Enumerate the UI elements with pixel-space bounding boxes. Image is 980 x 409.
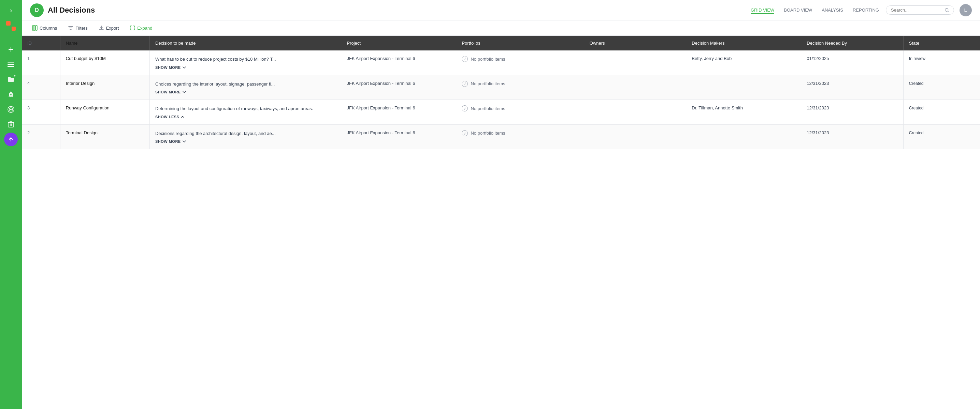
nav-board-view[interactable]: BOARD VIEW bbox=[784, 6, 812, 14]
cell-portfolio: i No portfolio items bbox=[456, 75, 584, 100]
cell-decision: Decisions regarding the architectural de… bbox=[150, 124, 341, 149]
table-row: 2 Terminal Design Decisions regarding th… bbox=[22, 124, 980, 149]
page-title: All Decisions bbox=[48, 6, 95, 15]
cell-owners bbox=[584, 51, 686, 75]
cell-name: Interior Design bbox=[60, 75, 150, 100]
sidebar-icon-trash[interactable] bbox=[4, 117, 18, 131]
col-owners: Owners bbox=[584, 36, 686, 51]
top-nav: GRID VIEW BOARD VIEW ANALYSIS REPORTING bbox=[751, 6, 879, 14]
main-content: D All Decisions GRID VIEW BOARD VIEW ANA… bbox=[22, 0, 980, 409]
cell-project: JFK Airport Expansion - Terminal 6 bbox=[341, 75, 456, 100]
svg-point-6 bbox=[10, 109, 11, 110]
col-date: Decision Needed By bbox=[801, 36, 904, 51]
cell-date: 01/12/2025 bbox=[801, 51, 904, 75]
search-input[interactable] bbox=[891, 8, 942, 13]
cell-decision: What has to be cut to reduce project cos… bbox=[150, 51, 341, 75]
header: D All Decisions GRID VIEW BOARD VIEW ANA… bbox=[22, 0, 980, 21]
cell-state: Created bbox=[903, 124, 980, 149]
table-container: ID Name Decision to be made Project Port… bbox=[22, 36, 980, 409]
filters-button[interactable]: Filters bbox=[66, 24, 89, 32]
col-name: Name bbox=[60, 36, 150, 51]
status-badge: Created bbox=[909, 81, 924, 86]
status-badge: Created bbox=[909, 130, 924, 135]
sidebar-icon-up[interactable] bbox=[4, 133, 18, 146]
cell-makers: Betty, Jerry and Bob bbox=[686, 51, 801, 75]
col-decision: Decision to be made bbox=[150, 36, 341, 51]
chevron-down-icon bbox=[182, 140, 186, 143]
columns-button[interactable]: Columns bbox=[30, 24, 59, 32]
col-project: Project bbox=[341, 36, 456, 51]
search-icon bbox=[945, 8, 949, 13]
show-more-button[interactable]: SHOW MORE bbox=[155, 90, 336, 94]
info-icon: i bbox=[462, 81, 468, 87]
expand-button[interactable]: Expand bbox=[127, 24, 154, 32]
sidebar-icon-folder[interactable] bbox=[4, 73, 18, 86]
col-id: ID bbox=[22, 36, 60, 51]
chevron-up-icon bbox=[180, 115, 185, 119]
toolbar: Columns Filters Export Expand bbox=[22, 21, 980, 36]
cell-name: Runway Configuration bbox=[60, 100, 150, 125]
export-button[interactable]: Export bbox=[97, 24, 121, 32]
decision-text: Choices regarding the interior layout, s… bbox=[155, 81, 336, 87]
table-body: 1 Cut budget by $10M What has to be cut … bbox=[22, 51, 980, 149]
nav-grid-view[interactable]: GRID VIEW bbox=[751, 6, 774, 14]
sidebar-icon-add[interactable] bbox=[4, 43, 18, 56]
cell-project: JFK Airport Expansion - Terminal 6 bbox=[341, 51, 456, 75]
cell-portfolio: i No portfolio items bbox=[456, 51, 584, 75]
cell-id: 4 bbox=[22, 75, 60, 100]
app-logo bbox=[4, 19, 18, 33]
decision-text: What has to be cut to reduce project cos… bbox=[155, 56, 336, 63]
table-row: 3 Runway Configuration Determining the l… bbox=[22, 100, 980, 125]
table-row: 1 Cut budget by $10M What has to be cut … bbox=[22, 51, 980, 75]
svg-rect-1 bbox=[8, 64, 14, 65]
chevron-down-icon bbox=[182, 90, 186, 94]
cell-id: 1 bbox=[22, 51, 60, 75]
page-avatar: D bbox=[30, 3, 44, 17]
chevron-down-icon bbox=[182, 65, 186, 70]
cell-owners bbox=[584, 100, 686, 125]
header-left: D All Decisions bbox=[30, 3, 751, 17]
sidebar-icon-target[interactable] bbox=[4, 103, 18, 116]
cell-decision: Determining the layout and configuration… bbox=[150, 100, 341, 125]
cell-portfolio: i No portfolio items bbox=[456, 100, 584, 125]
decision-text: Determining the layout and configuration… bbox=[155, 105, 336, 112]
cell-owners bbox=[584, 75, 686, 100]
cell-id: 3 bbox=[22, 100, 60, 125]
sidebar-divider-1 bbox=[4, 39, 18, 39]
svg-rect-9 bbox=[32, 25, 34, 30]
cell-makers bbox=[686, 124, 801, 149]
show-more-button[interactable]: SHOW LESS bbox=[155, 115, 336, 119]
sidebar-forward-arrow[interactable]: › bbox=[5, 4, 17, 16]
info-icon: i bbox=[462, 130, 468, 136]
sidebar-icon-menu[interactable] bbox=[4, 58, 18, 71]
cell-project: JFK Airport Expansion - Terminal 6 bbox=[341, 100, 456, 125]
show-more-button[interactable]: SHOW MORE bbox=[155, 140, 336, 143]
svg-rect-2 bbox=[8, 66, 14, 67]
table-row: 4 Interior Design Choices regarding the … bbox=[22, 75, 980, 100]
table-header-row: ID Name Decision to be made Project Port… bbox=[22, 36, 980, 51]
user-avatar[interactable]: L bbox=[959, 4, 972, 16]
cell-name: Terminal Design bbox=[60, 124, 150, 149]
sidebar-icon-rocket[interactable] bbox=[4, 87, 18, 101]
show-more-button[interactable]: SHOW MORE bbox=[155, 65, 336, 70]
cell-id: 2 bbox=[22, 124, 60, 149]
cell-makers bbox=[686, 75, 801, 100]
search-box[interactable] bbox=[886, 5, 954, 15]
info-icon: i bbox=[462, 56, 468, 62]
nav-analysis[interactable]: ANALYSIS bbox=[822, 6, 843, 14]
cell-date: 12/31/2023 bbox=[801, 75, 904, 100]
filters-icon bbox=[68, 25, 73, 31]
nav-reporting[interactable]: REPORTING bbox=[853, 6, 879, 14]
cell-date: 12/31/2023 bbox=[801, 124, 904, 149]
cell-date: 12/31/2023 bbox=[801, 100, 904, 125]
col-state: State bbox=[903, 36, 980, 51]
decision-text: Decisions regarding the architectural de… bbox=[155, 130, 336, 137]
export-icon bbox=[99, 25, 104, 31]
cell-makers: Dr. Tillman, Annette Smith bbox=[686, 100, 801, 125]
cell-state: In review bbox=[903, 51, 980, 75]
columns-icon bbox=[32, 25, 38, 31]
expand-icon bbox=[130, 25, 135, 31]
info-icon: i bbox=[462, 105, 468, 111]
col-decision-makers: Decision Makers bbox=[686, 36, 801, 51]
decisions-table: ID Name Decision to be made Project Port… bbox=[22, 36, 980, 149]
